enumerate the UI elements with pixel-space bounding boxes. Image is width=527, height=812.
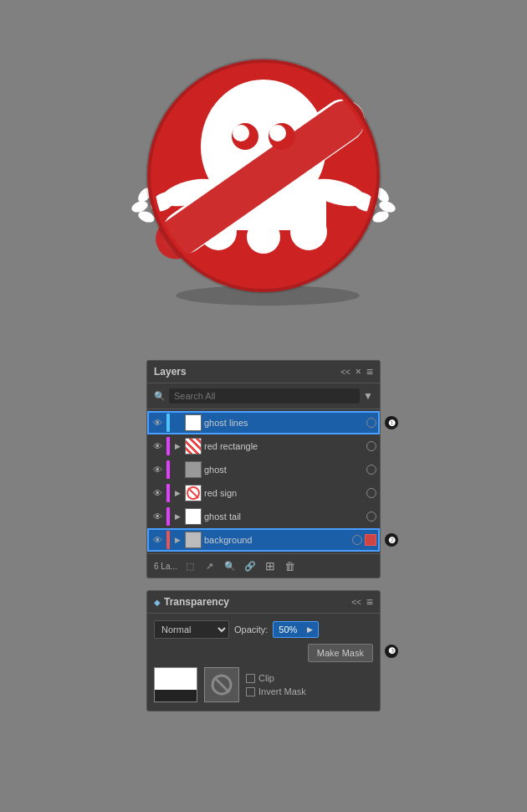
opacity-box[interactable]: 50% ▶ xyxy=(273,621,319,638)
layers-close-icon[interactable]: × xyxy=(356,366,361,378)
layer-item-background[interactable]: 👁 ▶ background xyxy=(147,528,380,552)
eye-icon-ghost-tail[interactable]: 👁 xyxy=(151,510,164,523)
layers-menu-icon[interactable]: ≡ xyxy=(366,365,373,378)
transparency-panel-title: Transparency xyxy=(164,596,229,608)
transparency-title-wrap: ◆ Transparency xyxy=(154,596,229,608)
opacity-value: 50% xyxy=(279,624,297,635)
eye-icon-ghost-lines[interactable]: 👁 xyxy=(151,416,164,429)
color-bar-red-rectangle xyxy=(166,437,170,455)
make-mask-button[interactable]: Make Mask xyxy=(308,644,373,662)
invert-mask-checkbox[interactable] xyxy=(246,687,255,696)
blend-mode-select[interactable]: Normal Multiply Screen Overlay xyxy=(154,620,229,639)
clip-label: Clip xyxy=(258,673,274,683)
filter-icon[interactable]: ▼ xyxy=(363,390,373,402)
layer-item-red-sign[interactable]: 👁 ▶ red sign xyxy=(147,481,380,505)
transparency-controls: Normal Multiply Screen Overlay Opacity: … xyxy=(147,614,380,644)
transparency-menu-icon[interactable]: ≡ xyxy=(366,595,373,609)
clip-checkbox-row: Clip xyxy=(246,673,306,683)
layer-row-red-rectangle: 👁 ▶ red rectangle xyxy=(147,434,380,458)
layers-search-bar: 🔍 ▼ xyxy=(147,383,380,409)
layer-name-red-sign: red sign xyxy=(204,488,364,498)
layer-name-red-rectangle: red rectangle xyxy=(204,441,364,451)
delete-layer-icon[interactable]: 🗑 xyxy=(283,558,298,573)
eye-icon-red-sign[interactable]: 👁 xyxy=(151,486,164,500)
transparency-panel: ◆ Transparency << ≡ Normal Multiply Scre… xyxy=(146,590,381,712)
transparency-header-right: << ≡ xyxy=(351,595,373,609)
visibility-circle-background xyxy=(352,535,362,545)
eye-icon-red-rectangle[interactable]: 👁 xyxy=(151,439,164,453)
svg-line-28 xyxy=(214,677,229,692)
search-layers-icon[interactable]: 🔍 xyxy=(223,558,238,573)
expand-arrow-background[interactable]: ▶ xyxy=(172,535,182,545)
clip-checkbox[interactable] xyxy=(246,674,255,683)
expand-arrow-red-sign[interactable]: ▶ xyxy=(172,488,182,498)
layer-item-ghost-tail[interactable]: 👁 ▶ ghost tail xyxy=(147,505,380,528)
svg-point-10 xyxy=(233,125,249,141)
thumb-bottom xyxy=(155,690,197,702)
layer-name-ghost-tail: ghost tail xyxy=(204,511,364,522)
transparency-collapse-icon[interactable]: << xyxy=(351,598,361,607)
visibility-circle-ghost xyxy=(366,465,376,475)
invert-mask-label: Invert Mask xyxy=(258,686,306,696)
search-input[interactable] xyxy=(169,388,360,403)
ghostbusters-logo xyxy=(121,38,406,322)
opacity-label: Opacity: xyxy=(234,624,268,635)
link-layers-icon[interactable]: 🔗 xyxy=(243,558,258,573)
export-layer-icon[interactable]: ↗ xyxy=(202,558,217,573)
svg-line-26 xyxy=(188,488,198,498)
badge-1: ❶ xyxy=(385,416,398,429)
layers-panel-header: Layers << × ≡ xyxy=(147,361,380,383)
layer-item-ghost-lines[interactable]: 👁 ▶ ghost lines xyxy=(147,411,380,434)
color-bar-red-sign xyxy=(166,484,170,502)
badge-3: ❸ xyxy=(385,645,398,658)
opacity-arrow-icon[interactable]: ▶ xyxy=(307,625,313,634)
eye-icon-ghost[interactable]: 👁 xyxy=(151,463,164,476)
checkboxes-col: Clip Invert Mask xyxy=(246,673,306,696)
visibility-circle-ghost-lines xyxy=(366,418,376,428)
layer-thumb-ghost xyxy=(185,461,202,478)
layer-thumb-red-rectangle xyxy=(185,438,202,455)
layer-row-ghost: 👁 ▶ ghost xyxy=(147,458,380,481)
expand-arrow-ghost-tail[interactable]: ▶ xyxy=(172,511,182,522)
color-bar-ghost-lines xyxy=(166,414,170,432)
thumbnails-row: Clip Invert Mask xyxy=(147,667,380,702)
expand-arrow-red-rectangle[interactable]: ▶ xyxy=(172,441,182,451)
badge-2: ❷ xyxy=(385,533,398,547)
visibility-circle-ghost-tail xyxy=(366,511,376,522)
mask-thumbnail xyxy=(204,667,239,702)
layers-panel: Layers << × ≡ 🔍 ▼ 👁 ▶ ghost lines xyxy=(146,360,381,578)
layer-row-background: 👁 ▶ background ❷ xyxy=(147,528,380,552)
layer-name-background: background xyxy=(204,535,350,545)
visibility-circle-red-sign xyxy=(366,488,376,498)
invert-mask-checkbox-row: Invert Mask xyxy=(246,686,306,696)
layer-name-ghost-lines: ghost lines xyxy=(204,418,364,428)
transparency-diamond-icon: ◆ xyxy=(154,598,161,607)
layer-thumb-red-sign xyxy=(185,485,202,501)
layer-row-red-sign: 👁 ▶ red sign xyxy=(147,481,380,505)
color-bar-ghost-tail xyxy=(166,507,170,526)
search-icon: 🔍 xyxy=(154,391,166,402)
layer-row-ghost-tail: 👁 ▶ ghost tail xyxy=(147,505,380,528)
color-bar-ghost xyxy=(166,460,170,479)
add-layer-icon[interactable]: ⊞ xyxy=(263,558,278,573)
layer-item-ghost[interactable]: 👁 ▶ ghost xyxy=(147,458,380,481)
layers-panel-header-right: << × ≡ xyxy=(340,365,373,378)
eye-icon-background[interactable]: 👁 xyxy=(151,533,164,547)
layer-item-red-rectangle[interactable]: 👁 ▶ red rectangle xyxy=(147,434,380,458)
layer-thumb-background xyxy=(185,532,202,548)
svg-point-7 xyxy=(290,213,327,250)
layers-panel-title: Layers xyxy=(154,366,187,378)
new-layer-from-selection-icon[interactable]: ⬚ xyxy=(182,558,197,573)
layers-list: 👁 ▶ ghost lines ❶ 👁 ▶ red rectangle xyxy=(147,409,380,553)
panels-area: Layers << × ≡ 🔍 ▼ 👁 ▶ ghost lines xyxy=(0,360,527,720)
transparency-panel-header: ◆ Transparency << ≡ xyxy=(147,591,380,614)
svg-point-6 xyxy=(247,220,280,254)
layers-collapse-icon[interactable]: << xyxy=(340,367,350,377)
layers-footer: 6 La... ⬚ ↗ 🔍 🔗 ⊞ 🗑 xyxy=(147,553,380,578)
layers-count-label: 6 La... xyxy=(154,562,177,571)
layer-thumb-ghost-lines xyxy=(185,414,202,431)
thumb-top xyxy=(155,668,197,690)
layer-row-ghost-lines: 👁 ▶ ghost lines ❶ xyxy=(147,411,380,434)
layer-thumbnail xyxy=(154,667,197,702)
visibility-circle-red-rectangle xyxy=(366,441,376,451)
